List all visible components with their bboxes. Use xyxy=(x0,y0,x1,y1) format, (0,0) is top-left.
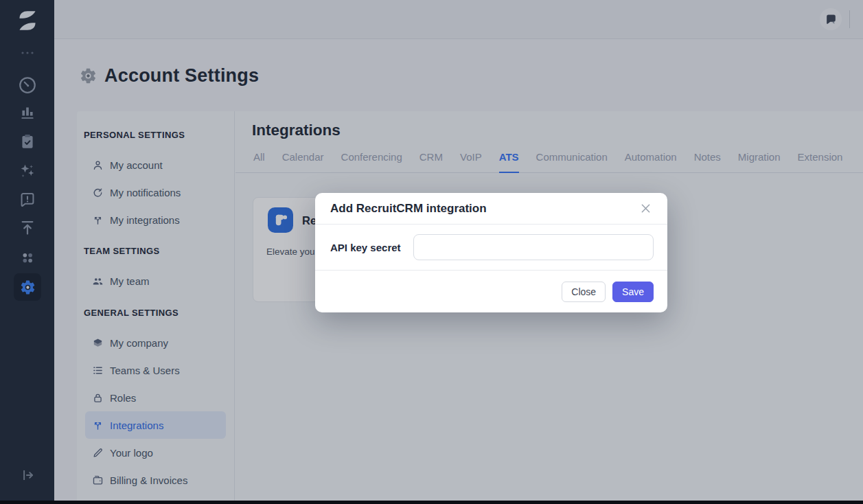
window-bottom-edge xyxy=(0,501,863,504)
close-icon[interactable] xyxy=(638,201,654,216)
api-key-secret-input[interactable] xyxy=(413,234,654,260)
modal-header: Add RecruitCRM integration xyxy=(315,193,667,225)
add-recruitcrm-modal: Add RecruitCRM integration API key secre… xyxy=(315,193,667,312)
modal-body: API key secret xyxy=(315,225,667,270)
modal-footer: Close Save xyxy=(315,270,667,312)
close-button[interactable]: Close xyxy=(562,282,606,302)
modal-title: Add RecruitCRM integration xyxy=(330,202,487,216)
save-button[interactable]: Save xyxy=(612,282,654,302)
api-key-secret-label: API key secret xyxy=(330,242,413,253)
